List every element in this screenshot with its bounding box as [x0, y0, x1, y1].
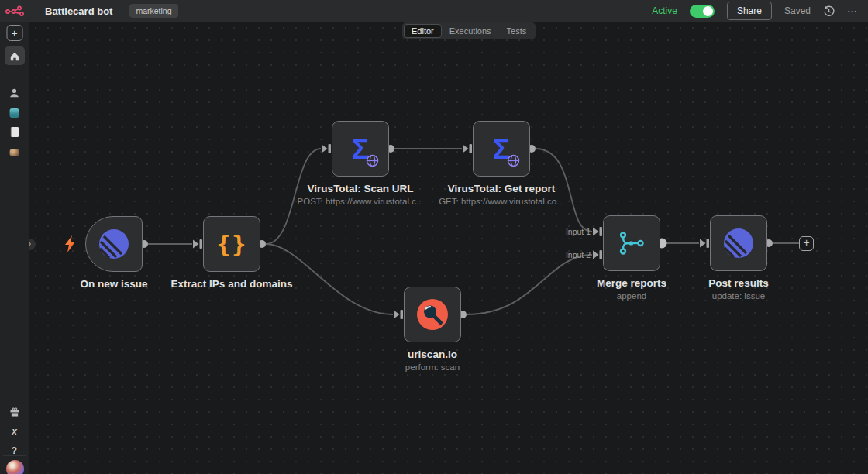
- teal-project-icon: [10, 108, 19, 118]
- node-virustotal-report[interactable]: Σ: [473, 121, 530, 177]
- home-icon: [9, 51, 20, 61]
- x-social-button[interactable]: x: [9, 425, 20, 437]
- left-sidebar: + x ?: [0, 22, 29, 474]
- node-label: VirusTotal: Get report: [416, 183, 587, 194]
- urlscan-icon: [417, 299, 448, 330]
- node-urlscan[interactable]: [404, 287, 461, 342]
- view-tabs: Editor Executions Tests: [402, 22, 536, 40]
- workflow-tag[interactable]: marketing: [129, 4, 177, 18]
- code-icon: {}: [216, 230, 246, 258]
- linear-icon: [98, 228, 129, 259]
- toggle-knob: [703, 6, 713, 16]
- add-workflow-button[interactable]: +: [6, 25, 22, 41]
- node-subtitle: update: issue: [649, 291, 828, 301]
- more-menu-icon[interactable]: ⋯: [847, 5, 857, 17]
- tab-editor[interactable]: Editor: [404, 24, 442, 38]
- saved-status: Saved: [784, 5, 811, 16]
- tab-executions[interactable]: Executions: [442, 24, 499, 38]
- sidebar-item-project-teal[interactable]: [9, 107, 20, 118]
- node-label: urlscan.io: [347, 349, 518, 360]
- node-virustotal-scan[interactable]: Σ: [332, 121, 389, 177]
- workflow-canvas[interactable]: › On new issue {} Extract IPs and domain…: [29, 22, 868, 474]
- globe-badge-icon: [507, 154, 520, 167]
- linear-icon: [723, 228, 754, 259]
- node-label: Post results: [653, 277, 824, 289]
- book-project-icon: [10, 127, 19, 137]
- tab-tests[interactable]: Tests: [499, 24, 535, 38]
- workflow-title[interactable]: Battlecard bot: [45, 5, 112, 17]
- gift-icon: [9, 407, 19, 417]
- add-node-button[interactable]: +: [799, 236, 814, 251]
- history-icon[interactable]: [823, 5, 835, 17]
- node-extract-ips[interactable]: {}: [203, 216, 260, 272]
- sidebar-item-project-book[interactable]: [9, 126, 20, 138]
- sidebar-item-personal[interactable]: [9, 87, 20, 98]
- node-subtitle: perform: scan: [343, 362, 522, 372]
- node-merge-reports[interactable]: [603, 215, 660, 271]
- globe-badge-icon: [366, 154, 379, 167]
- person-icon: [9, 88, 20, 98]
- merge-icon: [616, 228, 647, 259]
- n8n-logo[interactable]: [0, 5, 29, 17]
- sidebar-item-project-tan[interactable]: [9, 146, 20, 158]
- user-avatar[interactable]: [6, 460, 24, 474]
- merge-input-1-label: Input 1: [544, 227, 591, 236]
- trigger-bolt-icon: [65, 235, 76, 256]
- help-icon: ?: [12, 445, 17, 456]
- share-button[interactable]: Share: [727, 2, 772, 20]
- sidebar-divider: [3, 455, 26, 456]
- node-on-new-issue[interactable]: [85, 216, 143, 272]
- whats-new-button[interactable]: [9, 406, 20, 417]
- node-post-results[interactable]: [710, 215, 767, 271]
- top-header: Battlecard bot marketing Active Share Sa…: [0, 0, 868, 22]
- help-button[interactable]: ?: [9, 445, 20, 456]
- node-subtitle: GET: https://www.virustotal.co...: [412, 197, 591, 206]
- node-label: Extract IPs and domains: [146, 278, 317, 290]
- active-label: Active: [652, 5, 677, 16]
- x-icon: x: [12, 426, 17, 437]
- home-button[interactable]: [5, 46, 25, 65]
- active-toggle[interactable]: [690, 5, 715, 18]
- merge-input-2-label: Input 2: [544, 250, 591, 259]
- tan-project-icon: [10, 149, 19, 156]
